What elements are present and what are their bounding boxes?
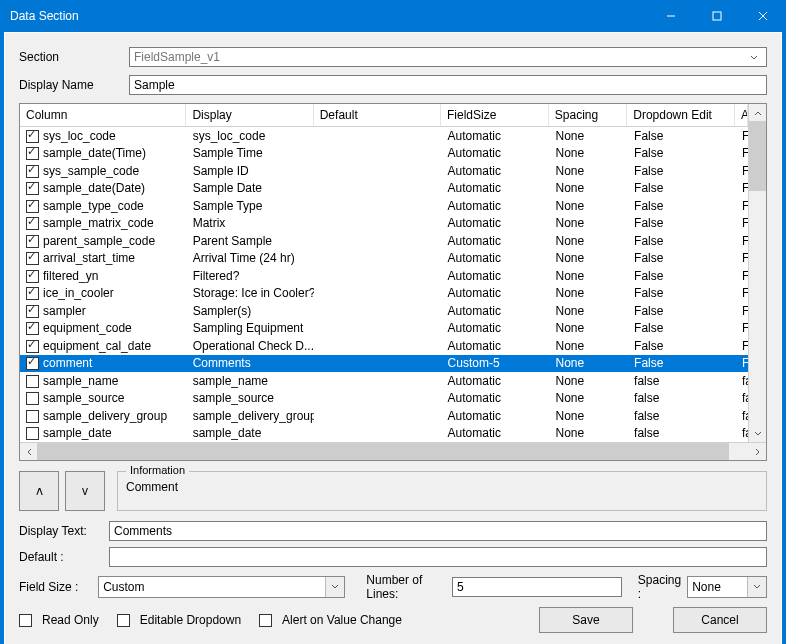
grid-header[interactable]: Column Display Default FieldSize Spacing…: [20, 104, 748, 127]
row-checkbox[interactable]: [26, 287, 39, 300]
section-value: FieldSample_v1: [134, 50, 220, 64]
minimize-button[interactable]: [648, 0, 694, 32]
fieldsize-value: Custom: [103, 580, 144, 594]
horizontal-scrollbar[interactable]: [20, 442, 766, 460]
table-row[interactable]: arrival_start_timeArrival Time (24 hr)Au…: [20, 250, 748, 268]
dialog-window: Data Section Section FieldSample_v1 Disp…: [0, 0, 786, 644]
chevron-down-icon: [746, 50, 762, 64]
section-dropdown[interactable]: FieldSample_v1: [129, 47, 767, 67]
editable-dropdown-checkbox[interactable]: [117, 614, 130, 627]
table-row[interactable]: filtered_ynFiltered?AutomaticNoneFalseFa…: [20, 267, 748, 285]
table-row[interactable]: sys_sample_codeSample IDAutomaticNoneFal…: [20, 162, 748, 180]
header-alert[interactable]: Alert: [735, 104, 748, 126]
row-checkbox[interactable]: [26, 217, 39, 230]
table-row[interactable]: parent_sample_codeParent SampleAutomatic…: [20, 232, 748, 250]
hscroll-thumb[interactable]: [37, 443, 729, 460]
client-area: Section FieldSample_v1 Display Name Colu…: [4, 32, 782, 644]
table-row[interactable]: sample_date(Time)Sample TimeAutomaticNon…: [20, 145, 748, 163]
table-row[interactable]: sample_datesample_dateAutomaticNonefalse…: [20, 425, 748, 443]
table-row[interactable]: samplerSampler(s)AutomaticNoneFalseFalse: [20, 302, 748, 320]
numlines-input[interactable]: [452, 577, 622, 597]
table-row[interactable]: sample_sourcesample_sourceAutomaticNonef…: [20, 390, 748, 408]
default-input[interactable]: [109, 547, 767, 567]
row-checkbox[interactable]: [26, 130, 39, 143]
chevron-down-icon: [747, 577, 766, 597]
save-button[interactable]: Save: [539, 607, 633, 633]
displaytext-input[interactable]: [109, 521, 767, 541]
move-down-button[interactable]: v: [65, 471, 105, 511]
header-default[interactable]: Default: [314, 104, 441, 126]
row-checkbox[interactable]: [26, 165, 39, 178]
table-row[interactable]: ice_in_coolerStorage: Ice in Cooler?Auto…: [20, 285, 748, 303]
svg-rect-1: [713, 12, 721, 20]
close-button[interactable]: [740, 0, 786, 32]
row-checkbox[interactable]: [26, 357, 39, 370]
window-title: Data Section: [10, 9, 648, 23]
header-column[interactable]: Column: [20, 104, 186, 126]
maximize-button[interactable]: [694, 0, 740, 32]
table-row[interactable]: sample_matrix_codeMatrixAutomaticNoneFal…: [20, 215, 748, 233]
information-legend: Information: [126, 464, 189, 476]
header-fieldsize[interactable]: FieldSize: [441, 104, 549, 126]
row-checkbox[interactable]: [26, 410, 39, 423]
row-checkbox[interactable]: [26, 392, 39, 405]
spacing-label: Spacing :: [638, 573, 682, 601]
row-checkbox[interactable]: [26, 200, 39, 213]
row-checkbox[interactable]: [26, 252, 39, 265]
row-checkbox[interactable]: [26, 235, 39, 248]
chevron-down-icon: [325, 577, 344, 597]
displaytext-label: Display Text:: [19, 524, 109, 538]
row-checkbox[interactable]: [26, 375, 39, 388]
row-checkbox[interactable]: [26, 305, 39, 318]
grid-body[interactable]: sys_loc_codesys_loc_codeAutomaticNoneFal…: [20, 127, 748, 442]
readonly-checkbox[interactable]: [19, 614, 32, 627]
move-up-button[interactable]: ʌ: [19, 471, 59, 511]
scroll-up-icon[interactable]: [749, 104, 766, 121]
table-row[interactable]: sample_namesample_nameAutomaticNonefalse…: [20, 372, 748, 390]
table-row[interactable]: commentCommentsCustom-5NoneFalseFalse: [20, 355, 748, 373]
table-row[interactable]: sample_date(Date)Sample DateAutomaticNon…: [20, 180, 748, 198]
header-spacing[interactable]: Spacing: [549, 104, 627, 126]
numlines-label: Number of Lines:: [366, 573, 446, 601]
table-row[interactable]: equipment_cal_dateOperational Check D...…: [20, 337, 748, 355]
row-checkbox[interactable]: [26, 427, 39, 440]
default-label: Default :: [19, 550, 109, 564]
table-row[interactable]: sample_delivery_groupsample_delivery_gro…: [20, 407, 748, 425]
readonly-label: Read Only: [42, 613, 99, 627]
cancel-button[interactable]: Cancel: [673, 607, 767, 633]
information-group: Information Comment: [117, 471, 767, 511]
alert-change-label: Alert on Value Change: [282, 613, 402, 627]
spacing-dropdown[interactable]: None: [687, 576, 767, 598]
row-checkbox[interactable]: [26, 182, 39, 195]
titlebar[interactable]: Data Section: [0, 0, 786, 32]
header-dropdownedit[interactable]: Dropdown Edit: [627, 104, 735, 126]
row-checkbox[interactable]: [26, 340, 39, 353]
displayname-input[interactable]: [129, 75, 767, 95]
fieldsize-dropdown[interactable]: Custom: [98, 576, 345, 598]
fieldsize-label: Field Size :: [19, 580, 98, 594]
vertical-scrollbar[interactable]: [748, 104, 766, 442]
scroll-down-icon[interactable]: [749, 425, 766, 442]
information-text: Comment: [126, 480, 758, 494]
header-display[interactable]: Display: [186, 104, 313, 126]
row-checkbox[interactable]: [26, 322, 39, 335]
columns-grid: Column Display Default FieldSize Spacing…: [19, 103, 767, 461]
table-row[interactable]: sys_loc_codesys_loc_codeAutomaticNoneFal…: [20, 127, 748, 145]
section-label: Section: [19, 50, 129, 64]
row-checkbox[interactable]: [26, 270, 39, 283]
scroll-left-icon[interactable]: [20, 443, 37, 460]
alert-change-checkbox[interactable]: [259, 614, 272, 627]
table-row[interactable]: equipment_codeSampling EquipmentAutomati…: [20, 320, 748, 338]
spacing-value: None: [692, 580, 721, 594]
scroll-thumb[interactable]: [749, 121, 766, 191]
editable-dropdown-label: Editable Dropdown: [140, 613, 241, 627]
scroll-right-icon[interactable]: [749, 443, 766, 460]
displayname-label: Display Name: [19, 78, 129, 92]
row-checkbox[interactable]: [26, 147, 39, 160]
table-row[interactable]: sample_type_codeSample TypeAutomaticNone…: [20, 197, 748, 215]
